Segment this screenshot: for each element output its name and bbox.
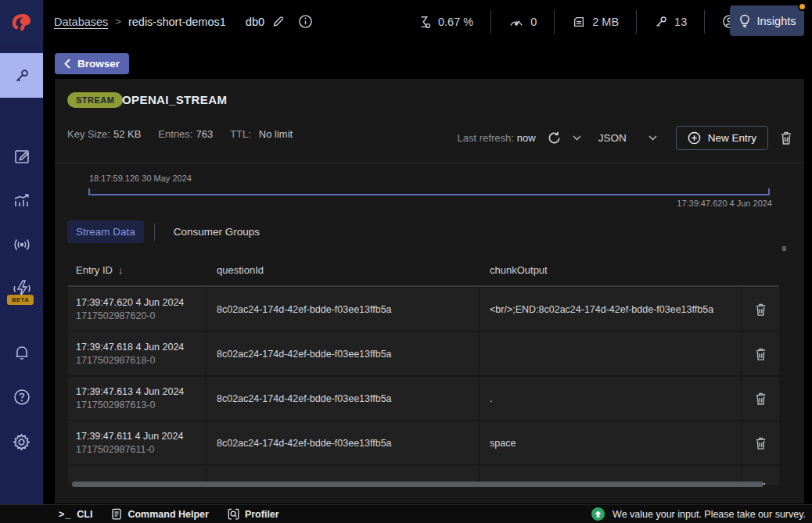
database-alias: db0 xyxy=(246,16,264,28)
breadcrumb-databases-link[interactable]: Databases xyxy=(54,16,108,28)
breadcrumb-database-name: redis-short-demos1 xyxy=(128,16,226,28)
column-header-entry-id[interactable]: Entry ID ↓ xyxy=(68,264,207,276)
help-icon xyxy=(13,388,31,407)
trash-icon xyxy=(754,392,767,406)
delete-entry-button[interactable] xyxy=(754,347,767,361)
pubsub-icon xyxy=(12,236,32,253)
entry-id: 1717502987620-0 xyxy=(76,310,206,321)
chunk-output-value: space xyxy=(490,438,741,449)
vertical-scrollbar-thumb[interactable] xyxy=(782,246,786,251)
db-metrics: 0.67 % 0 2 MB 13 4 xyxy=(401,0,767,43)
survey-message: We value your input. Please take our sur… xyxy=(613,509,806,520)
new-entry-label: New Entry xyxy=(708,132,756,144)
insights-button[interactable]: Insights xyxy=(730,5,804,36)
sidebar-item-help[interactable] xyxy=(0,375,43,419)
top-bar: Databases > redis-short-demos1 db0 0.67 … xyxy=(0,0,812,43)
profiler-label: Profiler xyxy=(245,509,279,520)
metric-keys: 13 xyxy=(637,15,704,29)
stream-table-header: Entry ID ↓ questionId chunkOutput xyxy=(68,254,779,287)
entry-time: 17:39:47.618 4 Jun 2024 xyxy=(76,342,206,353)
timeline-end-label: 17:39:47.620 4 Jun 2024 xyxy=(677,199,772,208)
profiler-search-icon xyxy=(228,508,239,520)
workbench-icon xyxy=(13,147,31,166)
key-entries: Entries:763 xyxy=(158,128,213,140)
format-selected-value: JSON xyxy=(598,132,627,144)
lightbulb-icon xyxy=(738,14,751,28)
delete-entry-button[interactable] xyxy=(754,436,767,450)
sidebar-item-browser[interactable] xyxy=(0,53,43,98)
horizontal-scrollbar[interactable] xyxy=(72,482,763,487)
key-name: OPENAI_STREAM xyxy=(122,93,227,106)
key-icon xyxy=(654,15,668,29)
gauge-icon xyxy=(508,15,524,29)
browser-back-button[interactable]: Browser xyxy=(55,53,129,74)
sidebar-item-analysis[interactable] xyxy=(0,179,43,223)
header-divider xyxy=(55,163,804,163)
tab-divider xyxy=(154,224,155,241)
sidebar-item-pubsub[interactable] xyxy=(0,223,43,267)
entry-time: 17:39:47.620 4 Jun 2024 xyxy=(76,297,206,308)
breadcrumb-separator: > xyxy=(115,16,121,27)
chunk-output-value: <br/>;END:8c02ac24-174d-42ef-bdde-f03ee1… xyxy=(490,304,741,315)
format-dropdown[interactable]: JSON xyxy=(598,132,657,144)
sidebar-item-settings[interactable] xyxy=(0,420,43,464)
metric-commands: 0 xyxy=(491,15,554,29)
metric-keys-value: 13 xyxy=(674,16,687,28)
survey-link[interactable]: We value your input. Please take our sur… xyxy=(591,507,806,521)
chevron-left-icon xyxy=(64,59,70,69)
table-row[interactable]: 17:39:47.613 4 Jun 20241717502987613-0 8… xyxy=(68,377,779,420)
metric-memory: 2 MB xyxy=(555,15,636,29)
trash-icon xyxy=(754,303,767,317)
edit-alias-icon[interactable] xyxy=(271,15,285,28)
trash-icon xyxy=(754,436,767,450)
refresh-options-chevron-icon[interactable] xyxy=(573,135,581,141)
gear-icon xyxy=(12,432,31,452)
table-row[interactable]: 17:39:47.618 4 Jun 20241717502987618-0 8… xyxy=(68,332,779,375)
table-row[interactable]: 17:39:47.611 4 Jun 20241717502987611-0 8… xyxy=(68,421,779,464)
delete-entry-button[interactable] xyxy=(754,392,767,406)
memory-card-icon xyxy=(572,15,586,29)
tab-stream-data[interactable]: Stream Data xyxy=(67,220,144,243)
redis-logo[interactable] xyxy=(0,0,43,43)
key-meta-row: Key Size:52 KB Entries:763 TTL:No limit xyxy=(67,128,293,140)
beta-badge: BETA xyxy=(7,295,34,305)
table-row[interactable]: 17:39:47.620 4 Jun 20241717502987620-0 8… xyxy=(68,288,779,331)
document-icon xyxy=(111,508,122,520)
delete-entry-button[interactable] xyxy=(754,303,767,317)
entry-id: 1717502987611-0 xyxy=(76,444,206,455)
profiler-button[interactable]: Profiler xyxy=(228,508,279,520)
entry-time: 17:39:47.611 4 Jun 2024 xyxy=(76,431,206,442)
metric-cpu: 0.67 % xyxy=(401,15,490,29)
cli-label: CLI xyxy=(77,509,92,520)
survey-icon xyxy=(591,507,605,521)
question-id-value: 8c02ac24-174d-42ef-bdde-f03ee13ffb5a xyxy=(217,304,479,315)
tab-consumer-groups[interactable]: Consumer Groups xyxy=(165,220,268,243)
question-id-value: 8c02ac24-174d-42ef-bdde-f03ee13ffb5a xyxy=(217,349,479,360)
bell-icon xyxy=(13,343,31,362)
trash-icon xyxy=(754,347,767,361)
metric-cpu-value: 0.67 % xyxy=(438,16,473,28)
metric-memory-value: 2 MB xyxy=(592,16,619,28)
delete-key-button[interactable] xyxy=(779,131,793,145)
refresh-button[interactable] xyxy=(547,131,562,145)
browser-back-label: Browser xyxy=(77,58,120,70)
stream-tabs: Stream Data Consumer Groups xyxy=(67,220,268,243)
key-size: Key Size:52 KB xyxy=(67,128,141,140)
key-ttl[interactable]: TTL:No limit xyxy=(230,128,293,140)
timeline-range-bar[interactable] xyxy=(88,188,770,195)
command-helper-button[interactable]: Command Helper xyxy=(111,508,209,520)
new-entry-button[interactable]: New Entry xyxy=(676,126,768,150)
sort-desc-icon: ↓ xyxy=(118,264,124,276)
entry-id: 1717502987618-0 xyxy=(76,355,206,366)
chunk-output-value: . xyxy=(490,393,741,404)
cpu-icon xyxy=(418,15,432,29)
insights-label: Insights xyxy=(757,15,796,27)
redis-logo-icon xyxy=(9,9,35,35)
stream-table-body: 17:39:47.620 4 Jun 20241717502987620-0 8… xyxy=(68,288,779,485)
sidebar-item-notifications[interactable] xyxy=(0,331,43,374)
database-info-icon[interactable] xyxy=(298,14,313,29)
sidebar-item-workbench[interactable] xyxy=(0,134,43,178)
sidebar: BETA xyxy=(0,43,43,504)
cli-button[interactable]: >_ CLI xyxy=(59,509,92,520)
metric-commands-value: 0 xyxy=(530,16,537,28)
